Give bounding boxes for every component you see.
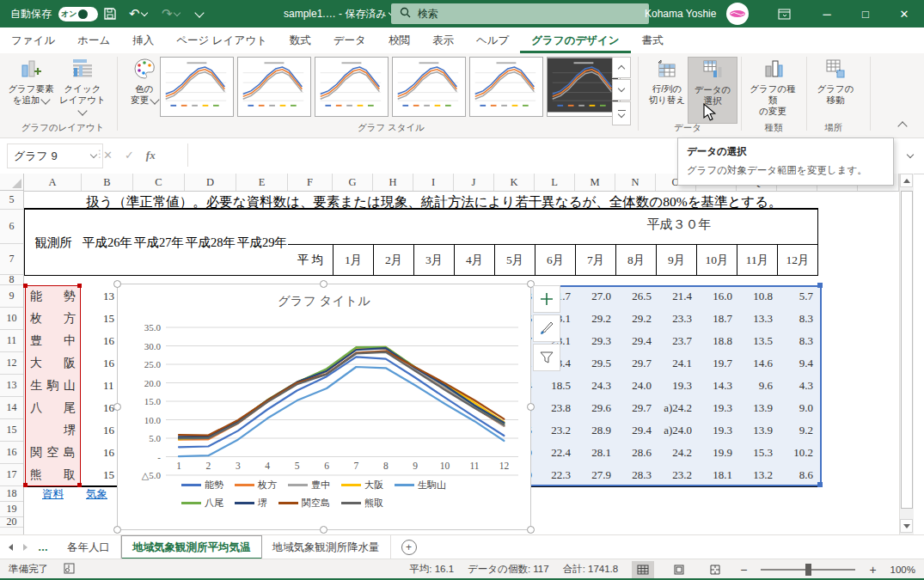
cell-value[interactable]: 29.2 (615, 308, 656, 330)
chart-resize-handle[interactable] (527, 526, 535, 534)
row-header[interactable]: 6 (0, 210, 23, 244)
cell-value[interactable]: 9.0 (777, 397, 817, 419)
cell-value[interactable]: 8.3 (777, 330, 817, 352)
source-link[interactable]: 資料 (24, 487, 82, 502)
close-button[interactable]: ✕ (885, 0, 923, 27)
cell-value[interactable]: 29.4 (615, 419, 656, 442)
column-header[interactable]: N (615, 174, 656, 191)
row-header[interactable]: 14 (0, 397, 23, 419)
chart-resize-handle[interactable] (113, 403, 121, 411)
row-header[interactable]: 13 (0, 375, 23, 397)
chart-resize-handle[interactable] (320, 526, 327, 534)
cell-month-header[interactable]: 2月 (374, 245, 414, 276)
cell-station[interactable]: 豊中 (24, 330, 82, 352)
cell-value[interactable]: 18.7 (696, 308, 737, 330)
range-handle[interactable] (817, 482, 823, 487)
cell-value[interactable]: 8.3 (777, 308, 817, 330)
cell-value[interactable]: 27.9 (575, 464, 615, 486)
cell-value[interactable]: 23.2 (656, 464, 696, 486)
cell-station[interactable]: 枚方 (24, 308, 82, 330)
change-chart-type-button[interactable]: グラフの種類の変更 (746, 57, 799, 122)
name-box[interactable]: グラフ 9 (7, 143, 103, 168)
avatar[interactable] (726, 0, 749, 27)
cell-value[interactable]: 13.3 (737, 308, 777, 330)
sheet-tab[interactable]: 地域気象観測所平均気温 (121, 535, 262, 559)
row-header[interactable]: 10 (0, 308, 23, 330)
cancel-formula-icon[interactable]: ✕ (103, 149, 113, 162)
page-break-view-button[interactable] (704, 561, 726, 578)
cell-station-header[interactable]: 観測所 (24, 210, 83, 276)
cell-value[interactable]: 8.6 (777, 464, 817, 486)
row-header[interactable]: 15 (0, 419, 23, 442)
column-header[interactable]: K (494, 174, 535, 191)
ribbon-tab[interactable]: 表示 (421, 27, 465, 53)
range-handle[interactable] (23, 284, 28, 288)
row-header[interactable]: 18 (0, 486, 23, 502)
cell-value[interactable]: 18.8 (696, 330, 737, 352)
select-data-button[interactable]: データの選択 (688, 57, 737, 124)
row-header[interactable]: 8 (0, 275, 23, 285)
redo-button[interactable]: ↷ (162, 0, 180, 27)
column-header[interactable]: E (236, 174, 288, 191)
legend-item[interactable]: 大阪 (341, 479, 383, 491)
cell-value[interactable]: 23.7 (656, 330, 696, 352)
cell-value[interactable]: 18.5 (535, 375, 575, 397)
cell-year-header[interactable]: 平成26年 (82, 210, 134, 276)
legend-item[interactable]: 熊取 (341, 497, 383, 510)
cell-month-header[interactable]: 3月 (414, 245, 455, 276)
chart-resize-handle[interactable] (320, 280, 327, 288)
select-all-corner[interactable] (0, 174, 24, 191)
chart-style-thumbnail[interactable] (237, 57, 311, 117)
zoom-in-button[interactable]: + (869, 563, 876, 577)
enter-formula-icon[interactable]: ✓ (125, 149, 134, 162)
vertical-scrollbar[interactable] (899, 174, 914, 534)
cell-value[interactable]: a)24.0 (656, 419, 696, 442)
cell-value[interactable]: 9.6 (737, 375, 777, 397)
cell-value[interactable]: 29.7 (615, 352, 656, 375)
cell-value[interactable]: 19.7 (696, 352, 737, 375)
cell-month-header[interactable]: 10月 (697, 245, 737, 276)
cell-value[interactable]: 19.3 (696, 419, 737, 442)
column-header[interactable]: F (288, 174, 333, 191)
range-handle[interactable] (23, 483, 28, 487)
scroll-down-button[interactable] (900, 519, 913, 533)
cell-month-header[interactable]: 9月 (657, 245, 697, 276)
ribbon-tab[interactable]: 書式 (631, 27, 675, 53)
row-header[interactable]: 9 (0, 285, 23, 308)
cell-value[interactable]: 10.8 (737, 285, 777, 308)
cell-value[interactable]: 24.3 (575, 375, 615, 397)
row-header[interactable]: 20 (0, 517, 23, 528)
move-chart-button[interactable]: グラフの移動 (811, 57, 860, 122)
cell-value[interactable]: 29.2 (575, 308, 615, 330)
ribbon-tab[interactable]: ファイル (0, 27, 66, 53)
ribbon-tab[interactable]: 数式 (278, 27, 322, 53)
insert-function-icon[interactable]: fx (146, 149, 156, 162)
sheet-tab[interactable]: 各年人口 (57, 535, 121, 559)
cell-value[interactable]: 13.9 (737, 397, 777, 419)
switch-row-column-button[interactable]: 行/列の切り替え (643, 57, 691, 122)
column-header[interactable]: H (373, 174, 413, 191)
cell-value[interactable]: 29.6 (575, 397, 615, 419)
cell-value[interactable]: 14.3 (696, 375, 737, 397)
ribbon-tab[interactable]: ページ レイアウト (165, 27, 278, 53)
cell-station[interactable]: 熊取 (24, 464, 82, 486)
chart-style-thumbnail[interactable] (392, 57, 466, 117)
cell-value[interactable]: 28.6 (615, 442, 656, 464)
chart-elements-button[interactable] (533, 285, 560, 313)
cell-year-header[interactable]: 平成29年 (236, 210, 289, 276)
scroll-up-button[interactable] (900, 174, 913, 187)
zoom-slider-thumb[interactable] (805, 564, 811, 576)
cell-value[interactable]: 19.3 (696, 397, 737, 419)
cell-year-header[interactable]: 平成28年 (185, 210, 237, 276)
cell-month-header[interactable]: 5月 (495, 245, 535, 276)
column-header[interactable]: C (133, 174, 185, 191)
cell-station[interactable]: 生駒山 (24, 375, 82, 397)
cell-value[interactable]: 28.1 (575, 442, 615, 464)
column-header[interactable]: I (413, 174, 454, 191)
cell-value[interactable]: 5.7 (777, 285, 817, 308)
cell-value[interactable]: 23.8 (535, 397, 575, 419)
column-header[interactable]: D (185, 174, 236, 191)
legend-item[interactable]: 関空島 (278, 497, 330, 510)
column-header[interactable]: G (333, 174, 373, 191)
ribbon-tab[interactable]: ホーム (66, 27, 121, 53)
